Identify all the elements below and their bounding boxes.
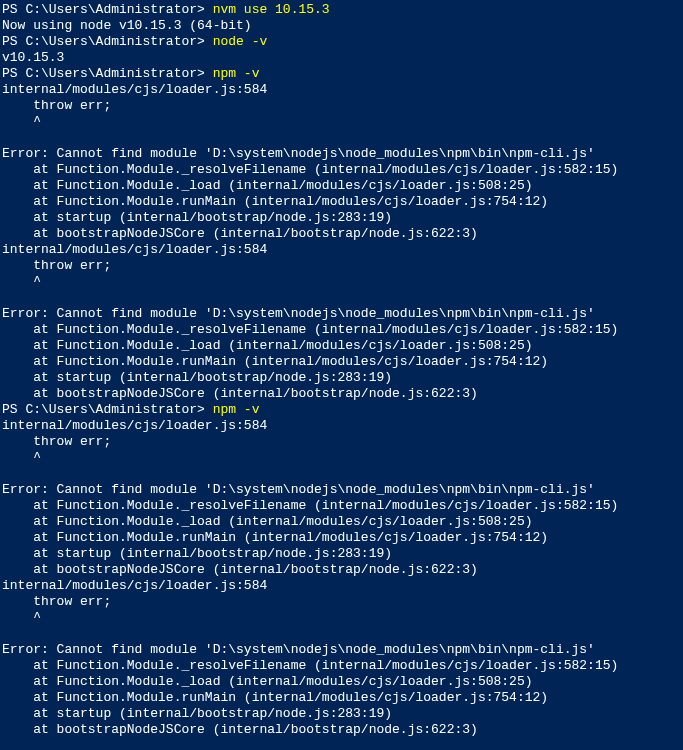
output-text: Now using node v10.15.3 (64-bit) [2,18,252,33]
terminal-line: internal/modules/cjs/loader.js:584 [2,82,681,98]
terminal-line: Error: Cannot find module 'D:\system\nod… [2,642,681,658]
terminal-line: at Function.Module._load (internal/modul… [2,178,681,194]
output-text: ^ [2,450,41,465]
output-text: at startup (internal/bootstrap/node.js:2… [2,210,392,225]
output-text: internal/modules/cjs/loader.js:584 [2,418,267,433]
terminal-line: at startup (internal/bootstrap/node.js:2… [2,210,681,226]
terminal-line: internal/modules/cjs/loader.js:584 [2,242,681,258]
output-text: internal/modules/cjs/loader.js:584 [2,82,267,97]
terminal-line: at Function.Module._resolveFilename (int… [2,162,681,178]
output-text: at Function.Module._resolveFilename (int… [2,658,618,673]
terminal-line: at startup (internal/bootstrap/node.js:2… [2,706,681,722]
terminal-line: at bootstrapNodeJSCore (internal/bootstr… [2,722,681,738]
command-text: npm -v [213,66,260,81]
output-text: at startup (internal/bootstrap/node.js:2… [2,370,392,385]
terminal-line: internal/modules/cjs/loader.js:584 [2,418,681,434]
output-text: at Function.Module.runMain (internal/mod… [2,690,548,705]
terminal-line: Error: Cannot find module 'D:\system\nod… [2,482,681,498]
output-text: Error: Cannot find module 'D:\system\nod… [2,306,595,321]
output-text: v10.15.3 [2,50,64,65]
terminal-line: Now using node v10.15.3 (64-bit) [2,18,681,34]
terminal-line: at bootstrapNodeJSCore (internal/bootstr… [2,562,681,578]
output-text: at Function.Module.runMain (internal/mod… [2,530,548,545]
terminal-line: at Function.Module._load (internal/modul… [2,338,681,354]
output-text: PS C:\Users\Administrator> [2,402,213,417]
terminal-line: at Function.Module.runMain (internal/mod… [2,354,681,370]
output-text: PS C:\Users\Administrator> [2,2,213,17]
terminal-line: at startup (internal/bootstrap/node.js:2… [2,546,681,562]
terminal-line: v10.15.3 [2,50,681,66]
output-text: at Function.Module._load (internal/modul… [2,178,533,193]
command-text: node -v [213,34,268,49]
output-text: at Function.Module._load (internal/modul… [2,674,533,689]
terminal-line: internal/modules/cjs/loader.js:584 [2,578,681,594]
output-text: internal/modules/cjs/loader.js:584 [2,242,267,257]
output-text: PS C:\Users\Administrator> [2,66,213,81]
terminal-line: ^ [2,450,681,466]
terminal-line: ^ [2,274,681,290]
output-text: at bootstrapNodeJSCore (internal/bootstr… [2,562,478,577]
output-text: ^ [2,610,41,625]
terminal-line: at bootstrapNodeJSCore (internal/bootstr… [2,226,681,242]
terminal-line: throw err; [2,258,681,274]
terminal-line: at Function.Module._resolveFilename (int… [2,322,681,338]
output-text: at bootstrapNodeJSCore (internal/bootstr… [2,226,478,241]
terminal-line [2,130,681,146]
command-text: npm -v [213,402,260,417]
terminal-line: at bootstrapNodeJSCore (internal/bootstr… [2,386,681,402]
terminal-line: Error: Cannot find module 'D:\system\nod… [2,146,681,162]
output-text: throw err; [2,594,111,609]
output-text: at startup (internal/bootstrap/node.js:2… [2,706,392,721]
output-text: internal/modules/cjs/loader.js:584 [2,578,267,593]
terminal-line: PS C:\Users\Administrator> node -v [2,34,681,50]
terminal-line: at Function.Module._resolveFilename (int… [2,498,681,514]
output-text: at Function.Module._resolveFilename (int… [2,322,618,337]
terminal-line: at Function.Module._resolveFilename (int… [2,658,681,674]
output-text: PS C:\Users\Administrator> [2,34,213,49]
terminal-line: at Function.Module.runMain (internal/mod… [2,690,681,706]
terminal-line: at Function.Module.runMain (internal/mod… [2,194,681,210]
output-text: throw err; [2,98,111,113]
output-text: Error: Cannot find module 'D:\system\nod… [2,642,595,657]
output-text: at Function.Module.runMain (internal/mod… [2,194,548,209]
terminal-line [2,290,681,306]
terminal-line: Error: Cannot find module 'D:\system\nod… [2,306,681,322]
terminal-line [2,466,681,482]
terminal-line: at Function.Module._load (internal/modul… [2,514,681,530]
output-text: at Function.Module._load (internal/modul… [2,514,533,529]
output-text: throw err; [2,434,111,449]
output-text: ^ [2,274,41,289]
output-text: throw err; [2,258,111,273]
terminal-line: PS C:\Users\Administrator> nvm use 10.15… [2,2,681,18]
output-text: Error: Cannot find module 'D:\system\nod… [2,482,595,497]
terminal-line: ^ [2,114,681,130]
output-text: at Function.Module._resolveFilename (int… [2,162,618,177]
terminal-line: PS C:\Users\Administrator> npm -v [2,402,681,418]
terminal-line: at Function.Module.runMain (internal/mod… [2,530,681,546]
output-text: Error: Cannot find module 'D:\system\nod… [2,146,595,161]
terminal-line: throw err; [2,594,681,610]
output-text: at startup (internal/bootstrap/node.js:2… [2,546,392,561]
output-text: at bootstrapNodeJSCore (internal/bootstr… [2,386,478,401]
output-text: at Function.Module._resolveFilename (int… [2,498,618,513]
output-text: at Function.Module._load (internal/modul… [2,338,533,353]
output-text: at Function.Module.runMain (internal/mod… [2,354,548,369]
powershell-terminal[interactable]: PS C:\Users\Administrator> nvm use 10.15… [2,2,681,738]
terminal-line: throw err; [2,98,681,114]
terminal-line: throw err; [2,434,681,450]
terminal-line: PS C:\Users\Administrator> npm -v [2,66,681,82]
terminal-line: at startup (internal/bootstrap/node.js:2… [2,370,681,386]
output-text: ^ [2,114,41,129]
output-text: at bootstrapNodeJSCore (internal/bootstr… [2,722,478,737]
terminal-line: ^ [2,610,681,626]
terminal-line: at Function.Module._load (internal/modul… [2,674,681,690]
command-text: nvm use 10.15.3 [213,2,330,17]
terminal-line [2,626,681,642]
